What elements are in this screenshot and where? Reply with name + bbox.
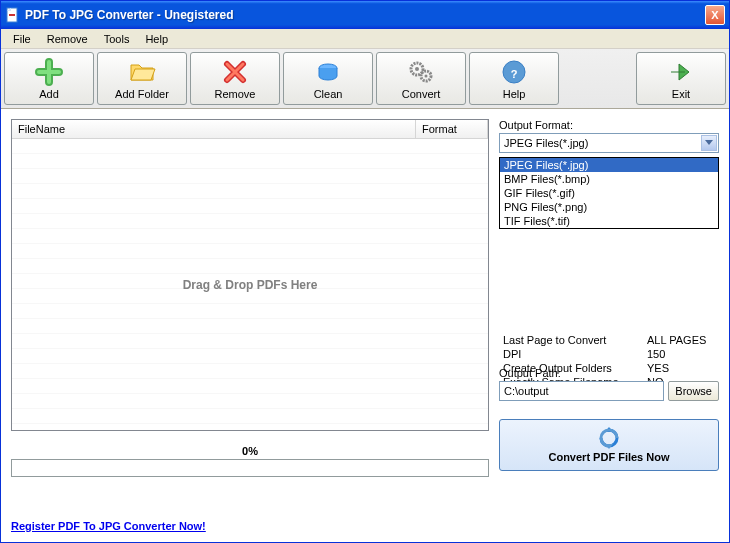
browse-button[interactable]: Browse: [668, 381, 719, 401]
progress-bar: [11, 459, 489, 477]
app-window: PDF To JPG Converter - Unegistered X Fil…: [0, 0, 730, 543]
left-pane: FileName Format Drag & Drop PDFs Here 0%: [11, 119, 489, 504]
help-button[interactable]: ? Help: [469, 52, 559, 105]
menu-remove[interactable]: Remove: [39, 31, 96, 47]
settings-list: Last Page to Convert ALL PAGES DPI 150 C…: [499, 209, 719, 389]
app-icon: [5, 7, 21, 23]
toolbar-spacer: [562, 52, 633, 105]
format-option-png[interactable]: PNG Files(*.png): [500, 200, 718, 214]
file-drop-area[interactable]: Drag & Drop PDFs Here: [12, 139, 488, 430]
exit-label: Exit: [672, 88, 690, 100]
exit-button[interactable]: Exit: [636, 52, 726, 105]
progress-label: 0%: [11, 443, 489, 459]
svg-point-4: [415, 67, 419, 71]
remove-label: Remove: [215, 88, 256, 100]
plus-icon: [35, 58, 63, 86]
footer: Register PDF To JPG Converter Now!: [1, 514, 729, 542]
add-folder-label: Add Folder: [115, 88, 169, 100]
progress-area: 0%: [11, 443, 489, 477]
convert-now-label: Convert PDF Files Now: [548, 451, 669, 463]
add-button[interactable]: Add: [4, 52, 94, 105]
output-format-dropdown: JPEG Files(*.jpg) BMP Files(*.bmp) GIF F…: [499, 157, 719, 229]
titlebar[interactable]: PDF To JPG Converter - Unegistered X: [1, 1, 729, 29]
format-option-jpeg[interactable]: JPEG Files(*.jpg): [500, 158, 718, 172]
x-icon: [221, 58, 249, 86]
convert-button[interactable]: Convert: [376, 52, 466, 105]
output-format-selected: JPEG Files(*.jpg): [504, 137, 588, 149]
add-label: Add: [39, 88, 59, 100]
clean-icon: [314, 58, 342, 86]
menu-tools[interactable]: Tools: [96, 31, 138, 47]
format-option-tif[interactable]: TIF Files(*.tif): [500, 214, 718, 228]
help-label: Help: [503, 88, 526, 100]
convert-label: Convert: [402, 88, 441, 100]
window-title: PDF To JPG Converter - Unegistered: [25, 8, 705, 22]
output-format-combo[interactable]: JPEG Files(*.jpg): [499, 133, 719, 153]
output-path-section: Output Path: Browse: [499, 367, 719, 401]
folder-icon: [128, 58, 156, 86]
refresh-icon: [598, 427, 620, 449]
file-table: FileName Format Drag & Drop PDFs Here: [11, 119, 489, 431]
gears-icon: [407, 58, 435, 86]
drop-hint: Drag & Drop PDFs Here: [183, 278, 318, 292]
setting-dpi[interactable]: DPI 150: [499, 347, 719, 361]
file-table-header: FileName Format: [12, 120, 488, 139]
close-button[interactable]: X: [705, 5, 725, 25]
add-folder-button[interactable]: Add Folder: [97, 52, 187, 105]
menu-help[interactable]: Help: [137, 31, 176, 47]
svg-rect-1: [9, 14, 15, 16]
help-icon: ?: [500, 58, 528, 86]
chevron-down-icon: [701, 135, 717, 151]
content-area: FileName Format Drag & Drop PDFs Here 0%…: [1, 109, 729, 514]
menubar: File Remove Tools Help: [1, 29, 729, 49]
col-format[interactable]: Format: [416, 120, 488, 138]
toolbar: Add Add Folder Remove Clean Convert: [1, 49, 729, 109]
menu-file[interactable]: File: [5, 31, 39, 47]
remove-button[interactable]: Remove: [190, 52, 280, 105]
right-pane: Output Format: JPEG Files(*.jpg) JPEG Fi…: [499, 119, 719, 504]
format-option-bmp[interactable]: BMP Files(*.bmp): [500, 172, 718, 186]
col-filename[interactable]: FileName: [12, 120, 416, 138]
svg-text:?: ?: [511, 68, 518, 80]
output-format-label: Output Format:: [499, 119, 719, 131]
svg-point-6: [425, 74, 428, 77]
output-path-input[interactable]: [499, 381, 664, 401]
convert-now-button[interactable]: Convert PDF Files Now: [499, 419, 719, 471]
setting-last-page[interactable]: Last Page to Convert ALL PAGES: [499, 333, 719, 347]
clean-button[interactable]: Clean: [283, 52, 373, 105]
format-option-gif[interactable]: GIF Files(*.gif): [500, 186, 718, 200]
register-link[interactable]: Register PDF To JPG Converter Now!: [11, 520, 206, 532]
output-path-label: Output Path:: [499, 367, 719, 379]
exit-arrow-icon: [667, 58, 695, 86]
clean-label: Clean: [314, 88, 343, 100]
